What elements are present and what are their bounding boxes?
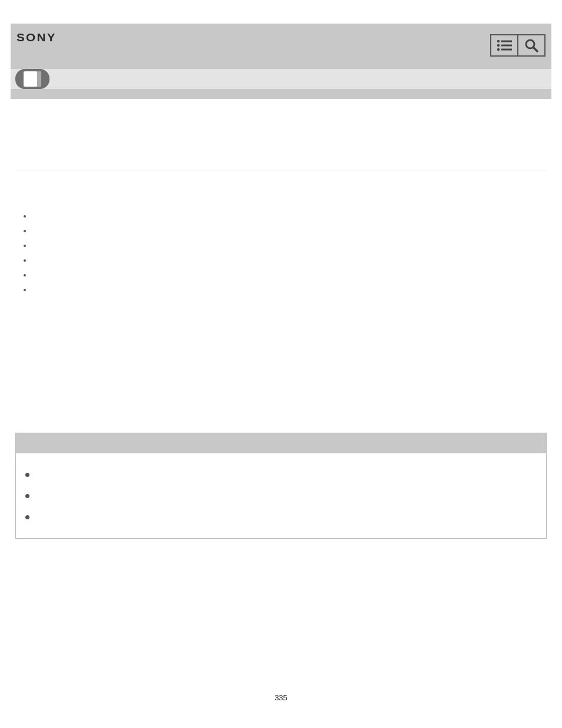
menu-button[interactable] — [490, 34, 518, 57]
svg-line-7 — [533, 47, 537, 51]
list-item — [24, 238, 547, 253]
bullet-icon — [24, 289, 26, 291]
guide-badge — [15, 69, 49, 89]
bullet-icon — [25, 473, 29, 477]
note-item — [25, 464, 537, 485]
bullet-icon — [24, 274, 26, 276]
bullet-icon — [24, 215, 26, 218]
list-item — [24, 223, 547, 238]
main-content — [15, 99, 547, 539]
gray-strip — [11, 89, 551, 99]
note-item — [25, 485, 537, 506]
svg-point-0 — [497, 40, 500, 42]
list-item — [24, 268, 547, 282]
svg-rect-3 — [501, 45, 512, 47]
list-item — [24, 282, 547, 297]
header-bar: SONY — [11, 24, 551, 69]
list-icon — [497, 39, 512, 51]
brand-logo: SONY — [16, 32, 57, 44]
svg-point-2 — [497, 44, 500, 47]
sub-header-bar — [11, 69, 551, 89]
bullet-icon — [25, 494, 29, 498]
svg-point-4 — [497, 48, 500, 51]
bullet-icon — [25, 515, 29, 519]
note-body — [16, 453, 546, 538]
svg-rect-5 — [501, 49, 512, 51]
page-number: 335 — [0, 693, 562, 702]
book-icon — [24, 71, 41, 87]
bullet-icon — [24, 245, 26, 247]
bullet-icon — [24, 230, 26, 232]
bullet-icon — [24, 259, 26, 262]
section-divider — [15, 170, 547, 170]
list-item — [24, 209, 547, 223]
note-box — [15, 433, 547, 539]
option-list — [15, 209, 547, 297]
note-header — [16, 433, 546, 453]
note-item — [25, 506, 537, 528]
list-item — [24, 253, 547, 268]
search-button[interactable] — [517, 34, 546, 57]
search-icon — [524, 38, 538, 52]
header-buttons — [490, 34, 546, 57]
svg-rect-1 — [501, 41, 512, 42]
